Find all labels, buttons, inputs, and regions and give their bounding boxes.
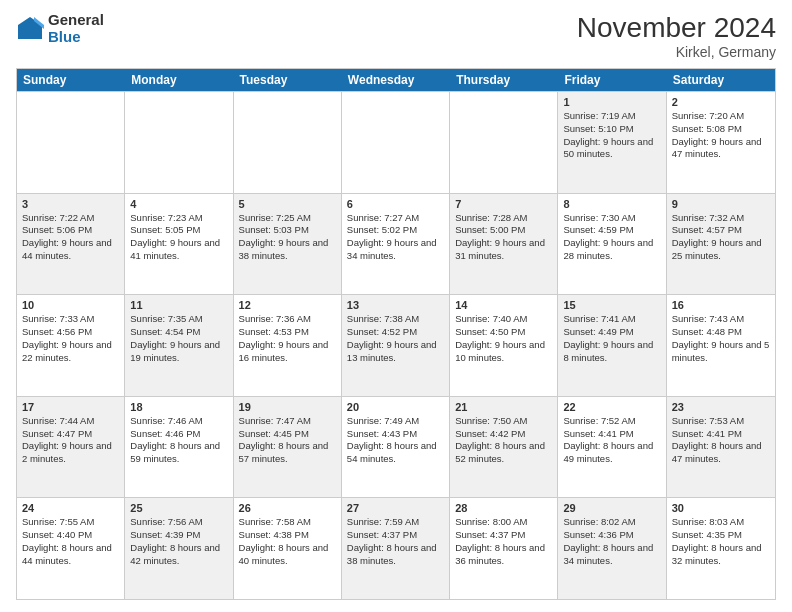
calendar-cell: 24Sunrise: 7:55 AM Sunset: 4:40 PM Dayli… xyxy=(17,498,125,599)
day-info: Sunrise: 7:35 AM Sunset: 4:54 PM Dayligh… xyxy=(130,313,227,364)
day-number: 2 xyxy=(672,96,770,108)
calendar-cell: 26Sunrise: 7:58 AM Sunset: 4:38 PM Dayli… xyxy=(234,498,342,599)
calendar-body: 1Sunrise: 7:19 AM Sunset: 5:10 PM Daylig… xyxy=(17,91,775,599)
calendar-cell: 9Sunrise: 7:32 AM Sunset: 4:57 PM Daylig… xyxy=(667,194,775,295)
calendar-row: 1Sunrise: 7:19 AM Sunset: 5:10 PM Daylig… xyxy=(17,91,775,193)
day-info: Sunrise: 7:19 AM Sunset: 5:10 PM Dayligh… xyxy=(563,110,660,161)
day-info: Sunrise: 7:25 AM Sunset: 5:03 PM Dayligh… xyxy=(239,212,336,263)
cal-header-day: Thursday xyxy=(450,69,558,91)
day-info: Sunrise: 7:47 AM Sunset: 4:45 PM Dayligh… xyxy=(239,415,336,466)
day-number: 15 xyxy=(563,299,660,311)
header: General Blue November 2024 Kirkel, Germa… xyxy=(16,12,776,60)
calendar-cell: 13Sunrise: 7:38 AM Sunset: 4:52 PM Dayli… xyxy=(342,295,450,396)
calendar-cell xyxy=(342,92,450,193)
day-number: 16 xyxy=(672,299,770,311)
calendar-header: SundayMondayTuesdayWednesdayThursdayFrid… xyxy=(17,69,775,91)
calendar-cell: 2Sunrise: 7:20 AM Sunset: 5:08 PM Daylig… xyxy=(667,92,775,193)
cal-header-day: Tuesday xyxy=(234,69,342,91)
day-number: 11 xyxy=(130,299,227,311)
day-number: 21 xyxy=(455,401,552,413)
calendar-cell: 29Sunrise: 8:02 AM Sunset: 4:36 PM Dayli… xyxy=(558,498,666,599)
cal-header-day: Sunday xyxy=(17,69,125,91)
calendar-cell: 1Sunrise: 7:19 AM Sunset: 5:10 PM Daylig… xyxy=(558,92,666,193)
day-number: 27 xyxy=(347,502,444,514)
location: Kirkel, Germany xyxy=(577,44,776,60)
day-info: Sunrise: 7:22 AM Sunset: 5:06 PM Dayligh… xyxy=(22,212,119,263)
calendar-cell: 7Sunrise: 7:28 AM Sunset: 5:00 PM Daylig… xyxy=(450,194,558,295)
cal-header-day: Saturday xyxy=(667,69,775,91)
calendar-cell: 19Sunrise: 7:47 AM Sunset: 4:45 PM Dayli… xyxy=(234,397,342,498)
calendar-cell: 6Sunrise: 7:27 AM Sunset: 5:02 PM Daylig… xyxy=(342,194,450,295)
day-info: Sunrise: 8:02 AM Sunset: 4:36 PM Dayligh… xyxy=(563,516,660,567)
day-info: Sunrise: 7:56 AM Sunset: 4:39 PM Dayligh… xyxy=(130,516,227,567)
day-info: Sunrise: 7:55 AM Sunset: 4:40 PM Dayligh… xyxy=(22,516,119,567)
cal-header-day: Friday xyxy=(558,69,666,91)
day-number: 9 xyxy=(672,198,770,210)
day-number: 26 xyxy=(239,502,336,514)
day-info: Sunrise: 7:20 AM Sunset: 5:08 PM Dayligh… xyxy=(672,110,770,161)
calendar-row: 17Sunrise: 7:44 AM Sunset: 4:47 PM Dayli… xyxy=(17,396,775,498)
day-info: Sunrise: 8:00 AM Sunset: 4:37 PM Dayligh… xyxy=(455,516,552,567)
day-number: 25 xyxy=(130,502,227,514)
calendar-cell xyxy=(450,92,558,193)
day-number: 20 xyxy=(347,401,444,413)
day-info: Sunrise: 7:53 AM Sunset: 4:41 PM Dayligh… xyxy=(672,415,770,466)
day-number: 22 xyxy=(563,401,660,413)
day-info: Sunrise: 7:52 AM Sunset: 4:41 PM Dayligh… xyxy=(563,415,660,466)
day-number: 4 xyxy=(130,198,227,210)
day-info: Sunrise: 7:38 AM Sunset: 4:52 PM Dayligh… xyxy=(347,313,444,364)
day-info: Sunrise: 7:59 AM Sunset: 4:37 PM Dayligh… xyxy=(347,516,444,567)
day-info: Sunrise: 7:43 AM Sunset: 4:48 PM Dayligh… xyxy=(672,313,770,364)
calendar-row: 24Sunrise: 7:55 AM Sunset: 4:40 PM Dayli… xyxy=(17,497,775,599)
day-number: 6 xyxy=(347,198,444,210)
day-number: 10 xyxy=(22,299,119,311)
calendar-cell xyxy=(17,92,125,193)
day-number: 1 xyxy=(563,96,660,108)
day-info: Sunrise: 7:50 AM Sunset: 4:42 PM Dayligh… xyxy=(455,415,552,466)
calendar-cell: 25Sunrise: 7:56 AM Sunset: 4:39 PM Dayli… xyxy=(125,498,233,599)
calendar-cell: 23Sunrise: 7:53 AM Sunset: 4:41 PM Dayli… xyxy=(667,397,775,498)
day-info: Sunrise: 7:49 AM Sunset: 4:43 PM Dayligh… xyxy=(347,415,444,466)
calendar-cell: 16Sunrise: 7:43 AM Sunset: 4:48 PM Dayli… xyxy=(667,295,775,396)
calendar-cell: 20Sunrise: 7:49 AM Sunset: 4:43 PM Dayli… xyxy=(342,397,450,498)
calendar-cell: 14Sunrise: 7:40 AM Sunset: 4:50 PM Dayli… xyxy=(450,295,558,396)
day-number: 18 xyxy=(130,401,227,413)
calendar-cell: 21Sunrise: 7:50 AM Sunset: 4:42 PM Dayli… xyxy=(450,397,558,498)
day-number: 23 xyxy=(672,401,770,413)
calendar-row: 10Sunrise: 7:33 AM Sunset: 4:56 PM Dayli… xyxy=(17,294,775,396)
calendar-cell: 4Sunrise: 7:23 AM Sunset: 5:05 PM Daylig… xyxy=(125,194,233,295)
day-info: Sunrise: 7:23 AM Sunset: 5:05 PM Dayligh… xyxy=(130,212,227,263)
day-number: 28 xyxy=(455,502,552,514)
day-number: 8 xyxy=(563,198,660,210)
logo-icon xyxy=(16,15,44,43)
calendar-cell: 3Sunrise: 7:22 AM Sunset: 5:06 PM Daylig… xyxy=(17,194,125,295)
calendar-cell: 12Sunrise: 7:36 AM Sunset: 4:53 PM Dayli… xyxy=(234,295,342,396)
calendar-cell: 27Sunrise: 7:59 AM Sunset: 4:37 PM Dayli… xyxy=(342,498,450,599)
day-info: Sunrise: 7:36 AM Sunset: 4:53 PM Dayligh… xyxy=(239,313,336,364)
day-info: Sunrise: 7:33 AM Sunset: 4:56 PM Dayligh… xyxy=(22,313,119,364)
day-info: Sunrise: 7:40 AM Sunset: 4:50 PM Dayligh… xyxy=(455,313,552,364)
calendar-cell xyxy=(234,92,342,193)
calendar-cell xyxy=(125,92,233,193)
day-info: Sunrise: 7:28 AM Sunset: 5:00 PM Dayligh… xyxy=(455,212,552,263)
day-number: 12 xyxy=(239,299,336,311)
day-info: Sunrise: 7:27 AM Sunset: 5:02 PM Dayligh… xyxy=(347,212,444,263)
logo: General Blue xyxy=(16,12,104,45)
day-number: 13 xyxy=(347,299,444,311)
svg-marker-0 xyxy=(18,17,42,39)
logo-text: General Blue xyxy=(48,12,104,45)
day-number: 30 xyxy=(672,502,770,514)
calendar-cell: 17Sunrise: 7:44 AM Sunset: 4:47 PM Dayli… xyxy=(17,397,125,498)
page: General Blue November 2024 Kirkel, Germa… xyxy=(0,0,792,612)
day-number: 14 xyxy=(455,299,552,311)
day-info: Sunrise: 7:41 AM Sunset: 4:49 PM Dayligh… xyxy=(563,313,660,364)
day-number: 17 xyxy=(22,401,119,413)
calendar-cell: 11Sunrise: 7:35 AM Sunset: 4:54 PM Dayli… xyxy=(125,295,233,396)
month-title: November 2024 xyxy=(577,12,776,44)
logo-blue-text: Blue xyxy=(48,29,104,46)
day-number: 19 xyxy=(239,401,336,413)
day-info: Sunrise: 7:32 AM Sunset: 4:57 PM Dayligh… xyxy=(672,212,770,263)
calendar-cell: 5Sunrise: 7:25 AM Sunset: 5:03 PM Daylig… xyxy=(234,194,342,295)
day-info: Sunrise: 7:46 AM Sunset: 4:46 PM Dayligh… xyxy=(130,415,227,466)
calendar-cell: 30Sunrise: 8:03 AM Sunset: 4:35 PM Dayli… xyxy=(667,498,775,599)
